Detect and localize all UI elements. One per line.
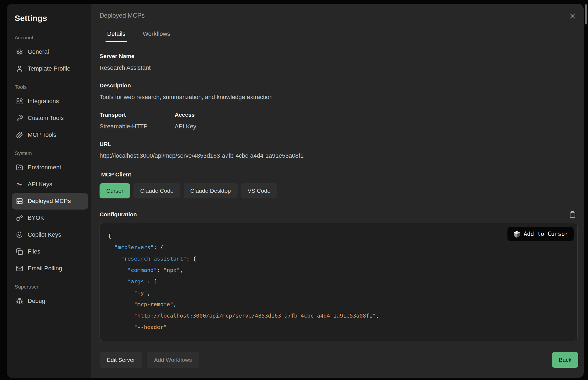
sidebar-item-byok[interactable]: BYOK xyxy=(12,210,88,226)
sidebar-item-label: Custom Tools xyxy=(28,115,64,122)
page-scrollbar-thumb[interactable] xyxy=(585,4,587,24)
key-icon xyxy=(16,214,23,221)
sidebar-item-email-polling[interactable]: Email Polling xyxy=(12,260,88,277)
sidebar-section-tools: ToolsIntegrationsCustom ToolsMCP Tools xyxy=(12,84,88,143)
user-icon xyxy=(16,65,23,72)
configuration-json: { "mcpServers": { "research-assistant": … xyxy=(108,230,569,333)
transport-label: Transport xyxy=(100,112,175,118)
edit-server-button[interactable]: Edit Server xyxy=(100,352,142,368)
sidebar-item-label: Email Polling xyxy=(28,265,62,272)
key-round-icon xyxy=(16,181,23,188)
mcp-client-options: CursorClaude CodeClaude DesktopVS Code xyxy=(100,183,578,198)
sidebar-item-label: API Keys xyxy=(28,181,52,188)
configuration-label: Configuration xyxy=(100,211,137,218)
sidebar-item-custom-tools[interactable]: Custom Tools xyxy=(12,110,88,126)
configuration-code-block: { "mcpServers": { "research-assistant": … xyxy=(100,223,578,341)
description-value: Tools for web research, summarization, a… xyxy=(100,94,578,101)
panel-header: Deployed MCPs xyxy=(100,12,578,20)
code-line: "command": "npx", xyxy=(108,264,569,276)
sidebar-item-integrations[interactable]: Integrations xyxy=(12,93,88,110)
folder-code-icon xyxy=(16,164,23,171)
sidebar-item-general[interactable]: General xyxy=(12,43,88,60)
sidebar-item-template-profile[interactable]: Template Profile xyxy=(12,60,88,77)
tab-details[interactable]: Details xyxy=(106,30,127,42)
clipboard-icon xyxy=(569,214,576,219)
sidebar-section-account: AccountGeneralTemplate Profile xyxy=(12,35,88,77)
sidebar-item-deployed-mcps[interactable]: Deployed MCPs xyxy=(12,193,88,210)
transport-column: Transport Streamable-HTTP xyxy=(100,101,175,130)
panel-title: Deployed MCPs xyxy=(100,12,145,19)
access-column: Access API Key xyxy=(175,101,196,130)
code-line: "-y", xyxy=(108,287,569,299)
code-line: { xyxy=(108,230,569,242)
mcp-client-label: MCP Client xyxy=(101,171,578,178)
sidebar-item-files[interactable]: Files xyxy=(12,243,88,260)
sidebar-item-environment[interactable]: Environment xyxy=(12,159,88,176)
client-button-cursor[interactable]: Cursor xyxy=(100,183,130,198)
dialog-footer: Edit Server Add Workflows Back xyxy=(91,344,584,378)
tab-bar: DetailsWorkflows xyxy=(100,30,578,42)
add-to-cursor-label: Add to Cursor xyxy=(524,231,568,237)
add-workflows-button[interactable]: Add Workflows xyxy=(147,352,199,368)
sidebar-section-label: System xyxy=(15,150,88,156)
close-button[interactable] xyxy=(568,12,577,20)
hexagon-icon xyxy=(16,231,23,238)
sidebar-item-copilot-keys[interactable]: Copilot Keys xyxy=(12,226,88,243)
sidebar-section-label: Tools xyxy=(15,84,88,90)
access-label: Access xyxy=(175,112,196,118)
sidebar-item-label: Deployed MCPs xyxy=(28,198,71,205)
main-panel: Deployed MCPs DetailsWorkflows Server Na… xyxy=(91,4,584,378)
sidebar-item-debug[interactable]: Debug xyxy=(12,293,88,309)
sidebar-item-label: Integrations xyxy=(28,98,59,105)
tab-workflows[interactable]: Workflows xyxy=(141,30,172,42)
x-icon xyxy=(568,16,577,21)
back-button[interactable]: Back xyxy=(552,352,578,368)
sidebar-item-label: MCP Tools xyxy=(28,131,56,138)
code-line: "mcp-remote", xyxy=(108,299,569,310)
sidebar-item-mcp-tools[interactable]: MCP Tools xyxy=(12,126,88,143)
sidebar-item-label: Debug xyxy=(28,297,45,305)
gear-icon xyxy=(16,48,23,55)
url-value: http://localhost:3000/api/mcp/serve/4853… xyxy=(100,152,578,159)
server-icon xyxy=(16,198,23,205)
copy-icon xyxy=(16,248,23,255)
description-label: Description xyxy=(100,82,578,89)
server-name-label: Server Name xyxy=(100,53,578,59)
sidebar-item-label: General xyxy=(28,48,49,55)
client-button-vs-code[interactable]: VS Code xyxy=(241,183,277,198)
code-line: "--header" xyxy=(108,321,569,333)
server-name-value: Research Assistant xyxy=(100,64,578,71)
wrench-icon xyxy=(16,115,23,122)
details-scroll-area[interactable]: Deployed MCPs DetailsWorkflows Server Na… xyxy=(91,4,584,344)
sidebar-section-system: SystemEnvironmentAPI KeysDeployed MCPsBY… xyxy=(12,150,88,277)
sidebar-item-label: Template Profile xyxy=(28,65,71,72)
sidebar-item-api-keys[interactable]: API Keys xyxy=(12,176,88,193)
sidebar-section-label: Account xyxy=(15,35,88,41)
url-label: URL xyxy=(100,141,578,147)
sidebar-section-superuser: SuperuserDebug xyxy=(12,284,88,309)
access-value: API Key xyxy=(175,123,196,130)
transport-access-row: Transport Streamable-HTTP Access API Key xyxy=(100,101,578,130)
cursor-cube-icon xyxy=(513,230,521,238)
code-line: "research-assistant": { xyxy=(108,253,569,264)
sidebar-section-label: Superuser xyxy=(15,284,88,290)
client-button-claude-code[interactable]: Claude Code xyxy=(133,183,180,198)
sidebar-item-label: Files xyxy=(28,248,40,255)
sidebar-item-label: Copilot Keys xyxy=(28,231,61,238)
client-button-claude-desktop[interactable]: Claude Desktop xyxy=(184,183,238,198)
sidebar-sections: AccountGeneralTemplate ProfileToolsInteg… xyxy=(12,28,88,309)
paperclip-icon xyxy=(16,131,23,138)
settings-title: Settings xyxy=(15,14,88,23)
blocks-icon xyxy=(16,98,23,105)
settings-dialog: Settings AccountGeneralTemplate ProfileT… xyxy=(7,4,584,378)
configuration-row: Configuration xyxy=(100,211,578,218)
copy-configuration-button[interactable] xyxy=(569,211,576,218)
add-to-cursor-button[interactable]: Add to Cursor xyxy=(507,227,574,241)
code-line: "mcpServers": { xyxy=(108,242,569,253)
transport-value: Streamable-HTTP xyxy=(100,123,175,130)
sidebar-item-label: Environment xyxy=(28,164,61,171)
mail-icon xyxy=(16,265,23,272)
settings-sidebar: Settings AccountGeneralTemplate ProfileT… xyxy=(7,4,91,378)
code-line: "args": [ xyxy=(108,276,569,287)
sidebar-item-label: BYOK xyxy=(28,214,44,221)
